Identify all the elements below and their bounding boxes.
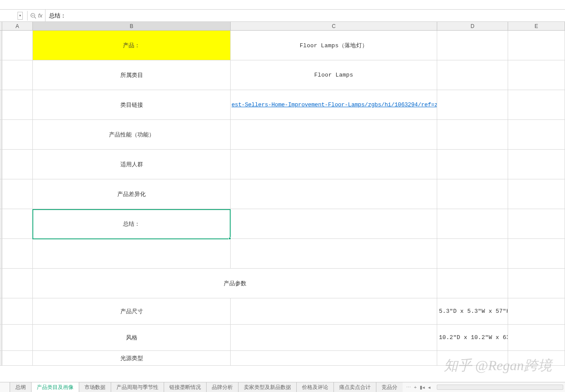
cell-C[interactable]: Floor Lamps（落地灯） [231,31,437,60]
cell-C[interactable]: Floor Lamps [231,60,437,90]
col-header-B[interactable]: B [33,22,231,30]
top-ruler [0,0,565,10]
tab-controls: ⋯ + ▮◂ ◂ [403,382,435,392]
tab-scroll-prev-icon[interactable]: ◂ [426,385,432,390]
cell-B[interactable]: 光源类型 [33,351,231,365]
sheet-tab[interactable]: 价格及评论 [296,382,334,392]
cell-A[interactable] [2,90,33,119]
cell-C[interactable] [231,325,437,350]
cell-E[interactable] [508,90,565,119]
col-header-D[interactable]: D [437,22,508,30]
cell-B[interactable]: 产品： [33,31,231,60]
cell-D[interactable] [437,31,508,60]
cell-D[interactable] [437,239,508,268]
col-header-A[interactable]: A [2,22,33,30]
cell-D[interactable] [437,120,508,149]
sheet-tabs: 总纲产品类目及画像市场数据产品周期与季节性链接垄断情况品牌分析卖家类型及新品数据… [0,382,403,392]
name-box[interactable]: ▼ [1,11,24,21]
cell-C[interactable] [231,150,437,179]
grid-row: 产品：Floor Lamps（落地灯） [0,31,565,60]
cell-B[interactable] [33,239,231,268]
cell-C[interactable] [231,179,437,209]
cell-A[interactable] [2,60,33,90]
grid-row: 适用人群 [0,150,565,179]
cell-D[interactable] [437,60,508,90]
add-sheet-icon[interactable]: + [412,385,418,390]
tab-more-icon[interactable]: ⋯ [405,385,411,390]
cell-A[interactable] [2,179,33,209]
svg-line-1 [35,17,36,18]
cell-A[interactable] [2,150,33,179]
cell-D[interactable]: 5.3″D x 5.3″W x 57″H [437,298,508,324]
cell-D[interactable] [437,269,508,298]
cell-D[interactable] [437,351,508,365]
cell-C[interactable] [231,351,437,365]
cell-B[interactable]: 适用人群 [33,150,231,179]
merged-cell-product-params[interactable]: 产品参数 [33,269,437,298]
cell-A[interactable] [2,31,33,60]
col-header-E[interactable]: E [508,22,565,30]
formula-bar: ▼ fx [0,10,565,22]
cell-C[interactable] [231,239,437,268]
cell-D[interactable]: 10.2″D x 10.2″W x 63″H [437,325,508,350]
cell-E[interactable] [508,60,565,90]
grid-row [0,239,565,269]
sheet-tab[interactable]: 产品周期与季节性 [111,382,164,392]
cell-A[interactable] [2,298,33,324]
cell-E[interactable] [508,351,565,365]
cell-B[interactable]: 产品尺寸 [33,298,231,324]
cell-B[interactable]: 类目链接 [33,90,231,119]
scrollbar-track[interactable] [437,385,563,390]
column-headers: A B C D E [0,22,565,31]
cell-B[interactable]: 总结： [33,209,231,238]
fx-icon[interactable]: fx [38,12,42,19]
cell-A[interactable] [2,239,33,268]
cell-E[interactable] [508,31,565,60]
cell-E[interactable] [508,325,565,350]
sheet-tab[interactable]: 竞品分 [376,382,403,392]
cell-D[interactable] [437,90,508,119]
cell-B[interactable]: 产品性能（功能） [33,120,231,149]
sheet-tab-bar: 总纲产品类目及画像市场数据产品周期与季节性链接垄断情况品牌分析卖家类型及新品数据… [0,382,565,392]
cell-E[interactable] [508,269,565,298]
cell-A[interactable] [2,209,33,238]
cell-C[interactable] [231,209,437,238]
grid-row: 产品性能（功能） [0,120,565,150]
cell-A[interactable] [2,120,33,149]
cell-E[interactable] [508,150,565,179]
cell-A[interactable] [2,351,33,365]
merged-section-row: 产品参数 [0,269,565,298]
grid-row: 产品尺寸5.3″D x 5.3″W x 57″H [0,298,565,325]
cell-D[interactable] [437,179,508,209]
sheet-tab[interactable]: 产品类目及画像 [31,382,79,392]
cell-A[interactable] [2,325,33,350]
cell-C[interactable] [231,298,437,324]
sheet-tab[interactable]: 链接垄断情况 [164,382,207,392]
cell-E[interactable] [508,209,565,238]
cell-A[interactable] [2,269,33,298]
cell-B[interactable]: 产品差异化 [33,179,231,209]
cell-B[interactable]: 风格 [33,325,231,350]
sheet-tab[interactable]: 痛点卖点合计 [333,382,376,392]
horizontal-scrollbar[interactable] [435,382,565,392]
cell-E[interactable] [508,298,565,324]
name-box-dropdown-icon[interactable]: ▼ [18,12,23,20]
cell-C[interactable] [231,120,437,149]
sheet-tab[interactable]: 卖家类型及新品数据 [238,382,297,392]
cell-E[interactable] [508,179,565,209]
cell-B[interactable]: 所属类目 [33,60,231,90]
cell-D[interactable] [437,150,508,179]
formula-input[interactable] [45,10,565,21]
sheet-tab[interactable]: 总纲 [10,382,32,392]
zoom-to-fit-icon[interactable] [29,12,37,20]
col-header-C[interactable]: C [231,22,437,30]
cell-E[interactable] [508,239,565,268]
sheet-tab[interactable]: 市场数据 [79,382,111,392]
cell-E[interactable] [508,120,565,149]
grid-row: 类目链接est-Sellers-Home-Improvement-Floor-L… [0,90,565,120]
sheet-tab[interactable]: 品牌分析 [206,382,239,392]
separator [27,11,28,21]
cell-D[interactable] [437,209,508,238]
tab-scroll-first-icon[interactable]: ▮◂ [419,385,425,390]
cell-C[interactable]: est-Sellers-Home-Improvement-Floor-Lamps… [231,90,437,119]
